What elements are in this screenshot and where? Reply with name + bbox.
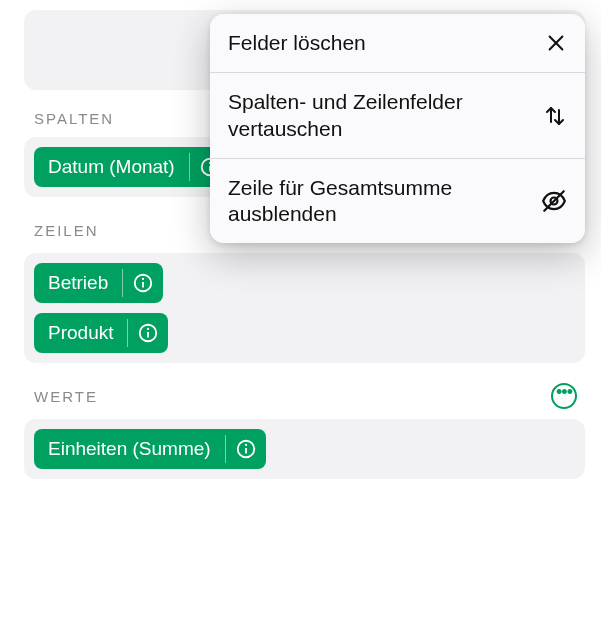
menu-item-label: Spalten- und Zeilenfelder vertauschen	[228, 89, 531, 142]
menu-item-hide-total-row[interactable]: Zeile für Gesamtsumme ausblenden	[210, 158, 585, 244]
ellipsis-icon: •••	[556, 383, 572, 401]
svg-point-5	[142, 278, 144, 280]
close-icon	[545, 32, 567, 54]
field-pill-label: Produkt	[34, 313, 127, 353]
field-pill-produkt[interactable]: Produkt	[34, 313, 168, 353]
info-icon[interactable]	[226, 429, 266, 469]
field-pill-einheiten[interactable]: Einheiten (Summe)	[34, 429, 266, 469]
field-pill-label: Einheiten (Summe)	[34, 429, 225, 469]
svg-point-8	[147, 328, 149, 330]
menu-item-label: Felder löschen	[228, 30, 366, 56]
section-title-values: WERTE	[34, 388, 98, 405]
more-button-values[interactable]: •••	[551, 383, 577, 409]
field-pill-label: Datum (Monat)	[34, 147, 189, 187]
info-icon[interactable]	[123, 263, 163, 303]
section-title-rows: ZEILEN	[34, 222, 99, 239]
section-values: WERTE ••• Einheiten (Summe)	[24, 383, 585, 479]
info-icon[interactable]	[128, 313, 168, 353]
field-pill-betrieb[interactable]: Betrieb	[34, 263, 163, 303]
section-title-columns: SPALTEN	[34, 110, 114, 127]
field-well-rows[interactable]: Betrieb Produkt	[24, 253, 585, 363]
svg-point-11	[245, 444, 247, 446]
menu-item-delete-fields[interactable]: Felder löschen	[210, 14, 585, 72]
menu-item-label: Zeile für Gesamtsumme ausblenden	[228, 175, 529, 228]
menu-item-swap-fields[interactable]: Spalten- und Zeilenfelder vertauschen	[210, 72, 585, 158]
swap-icon	[543, 104, 567, 128]
hide-icon	[541, 188, 567, 214]
field-pill-datum[interactable]: Datum (Monat)	[34, 147, 230, 187]
field-well-values[interactable]: Einheiten (Summe)	[24, 419, 585, 479]
context-menu: Felder löschen Spalten- und Zeilenfelder…	[210, 14, 585, 243]
field-pill-label: Betrieb	[34, 263, 122, 303]
